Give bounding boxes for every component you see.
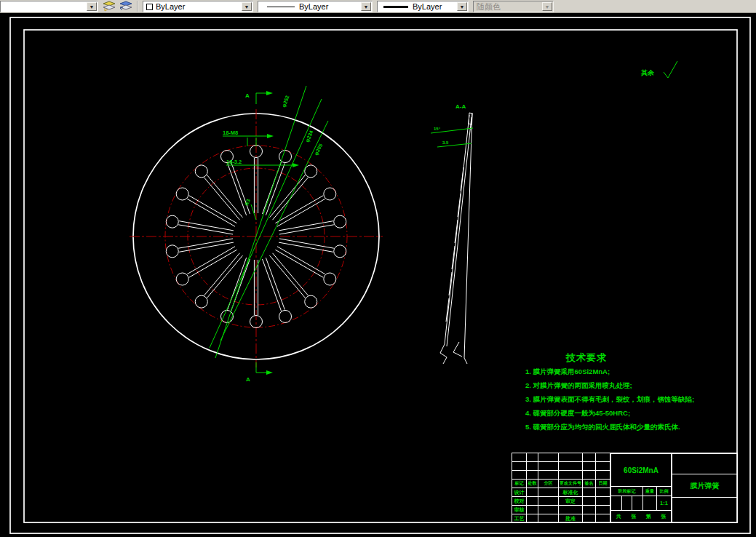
rivet-hole xyxy=(305,295,317,308)
title-block-empty-cell xyxy=(512,453,527,462)
title-block-empty-cell xyxy=(583,453,596,462)
properties-toolbar: ▼ ByLayer ▼ ByLayer ▼ ByLayer ▼ 随颜色 ▼ xyxy=(0,0,756,13)
color-swatch-icon xyxy=(146,4,153,10)
title-block-empty-cell xyxy=(527,514,538,523)
title-block-empty-cell xyxy=(512,471,527,480)
finger-slot-edge xyxy=(204,253,240,295)
title-block-empty-cell xyxy=(559,462,583,471)
title-block-empty-cell xyxy=(583,488,596,497)
finger-slot-edge xyxy=(275,196,323,223)
title-block-empty-cell xyxy=(596,506,610,514)
tech-requirement-item: 4. 碟簧部分硬度一般为45-50HRC; xyxy=(525,407,707,420)
title-block-label-cell: 标准化 xyxy=(559,488,583,497)
section-view: A-A 15° 3.5 xyxy=(431,103,473,364)
scale-header: 比例 xyxy=(656,486,672,496)
front-view-dimensions: φ252 φ234 φ205 R3 18-M8 18-3.2 A A xyxy=(210,86,328,383)
color-combo-dropdown-icon[interactable]: ▼ xyxy=(242,2,252,11)
finger-slot-edge xyxy=(179,221,234,231)
finger-slot-edge xyxy=(270,175,306,218)
finger-slot-edge xyxy=(207,175,243,218)
lineweight-combo-dropdown-icon[interactable]: ▼ xyxy=(457,2,467,11)
linetype-combo-dropdown-icon[interactable]: ▼ xyxy=(361,2,371,11)
technical-requirements: 技术要求 1. 膜片弹簧采用60Si2MnA; 2. 对膜片弹簧的两面采用喷丸处… xyxy=(525,351,707,434)
title-block-label-cell: 设计 xyxy=(512,488,527,497)
rivet-hole xyxy=(166,245,178,258)
drawing-number-cell xyxy=(672,453,738,474)
title-block-empty-cell xyxy=(527,471,538,480)
stage-mark-cell xyxy=(610,496,622,511)
title-block-empty-cell xyxy=(538,471,559,480)
title-block-empty-cell xyxy=(583,497,596,506)
stage-mark-cell xyxy=(632,496,643,511)
rivet-hole xyxy=(334,215,346,228)
title-block: 标记处数分区更改文件号签名日期设计标准化校对审定审核工艺批准 60Si2MnA … xyxy=(512,453,738,523)
lineweight-combo-value: ByLayer xyxy=(413,2,442,11)
company-cell xyxy=(672,497,738,523)
title-block-label-cell: 日期 xyxy=(596,480,610,488)
title-block-empty-cell xyxy=(596,514,610,523)
title-block-empty-cell xyxy=(596,453,610,462)
lineweight-combo[interactable]: ByLayer ▼ xyxy=(377,1,469,12)
make-object-layer-current-button[interactable] xyxy=(102,0,117,12)
rivet-hole xyxy=(324,273,336,285)
plotstyle-combo-dropdown-icon: ▼ xyxy=(542,2,552,11)
finger-slot-edge xyxy=(187,247,235,274)
title-block-empty-cell xyxy=(538,462,559,471)
inner-frame xyxy=(24,30,737,522)
color-combo[interactable]: ByLayer ▼ xyxy=(143,1,253,12)
diameter-label: φ205 xyxy=(314,143,325,156)
tech-requirement-item: 1. 膜片弹簧采用60Si2MnA; xyxy=(525,365,707,378)
title-block-empty-cell xyxy=(512,462,527,471)
title-block-empty-cell xyxy=(527,506,538,514)
finger-slot-edge xyxy=(275,250,323,277)
title-block-label-cell: 审定 xyxy=(559,497,583,506)
title-block-label-cell: 更改文件号 xyxy=(559,480,583,488)
title-block-label-cell: 审核 xyxy=(512,506,527,514)
material-cell: 60Si2MnA xyxy=(610,453,672,487)
surface-roughness-note: 其余 xyxy=(640,61,677,78)
tech-requirement-item: 3. 膜片弹簧表面不得有毛刺，裂纹，划痕，锈蚀等缺陷; xyxy=(525,393,707,406)
title-block-empty-cell xyxy=(596,471,610,480)
rivet-hole xyxy=(334,245,346,258)
title-block-empty-cell xyxy=(538,488,559,497)
layer-combo[interactable]: ▼ xyxy=(0,1,98,12)
layer-previous-button[interactable] xyxy=(119,0,134,12)
title-block-label-cell: 分区 xyxy=(538,480,559,488)
title-block-label-cell: 标记 xyxy=(512,480,527,488)
sheet-label: 张 xyxy=(631,513,636,520)
diameter-label: φ252 xyxy=(281,95,290,108)
front-view xyxy=(130,109,383,367)
tech-requirement-item: 2. 对膜片弹簧的两面采用喷丸处理; xyxy=(525,379,707,392)
finger-slot-edge xyxy=(204,178,240,220)
title-block-empty-cell xyxy=(559,453,583,462)
finger-slot-edge xyxy=(189,196,237,223)
linetype-combo[interactable]: ByLayer ▼ xyxy=(258,1,373,12)
layers-blue-icon xyxy=(119,1,133,12)
slot-width-label: 18-3.2 xyxy=(226,159,242,165)
finger-slot-edge xyxy=(266,163,285,215)
rivet-hole xyxy=(176,188,188,200)
finger-slot-edge xyxy=(187,199,235,226)
part-name-cell: 膜片弹簧 xyxy=(672,474,738,498)
weight-value-cell xyxy=(642,496,657,511)
finger-slot-edge xyxy=(178,239,233,248)
title-block-empty-cell xyxy=(583,471,596,480)
tech-requirements-title: 技术要求 xyxy=(566,351,707,365)
color-combo-value: ByLayer xyxy=(156,2,185,11)
title-block-empty-cell xyxy=(596,462,610,471)
plotstyle-combo-value: 随颜色 xyxy=(477,1,501,12)
finger-slot-edge xyxy=(279,242,333,252)
tech-requirement-item: 5. 碟簧部分应为均匀的回火屈氏体和少量的索氏体. xyxy=(525,421,707,434)
layer-combo-dropdown-icon[interactable]: ▼ xyxy=(87,2,97,11)
title-block-empty-cell xyxy=(538,514,559,523)
title-block-empty-cell xyxy=(559,471,583,480)
weight-header: 重量 xyxy=(642,486,657,496)
rivet-hole xyxy=(220,310,233,322)
rivet-hole xyxy=(324,188,336,200)
section-dim-label: 3.5 xyxy=(442,140,449,145)
title-block-empty-cell xyxy=(527,497,538,506)
title-block-empty-cell xyxy=(527,462,538,471)
title-block-empty-cell xyxy=(527,453,538,462)
title-block-empty-cell xyxy=(596,488,610,497)
title-block-empty-cell xyxy=(538,497,559,506)
